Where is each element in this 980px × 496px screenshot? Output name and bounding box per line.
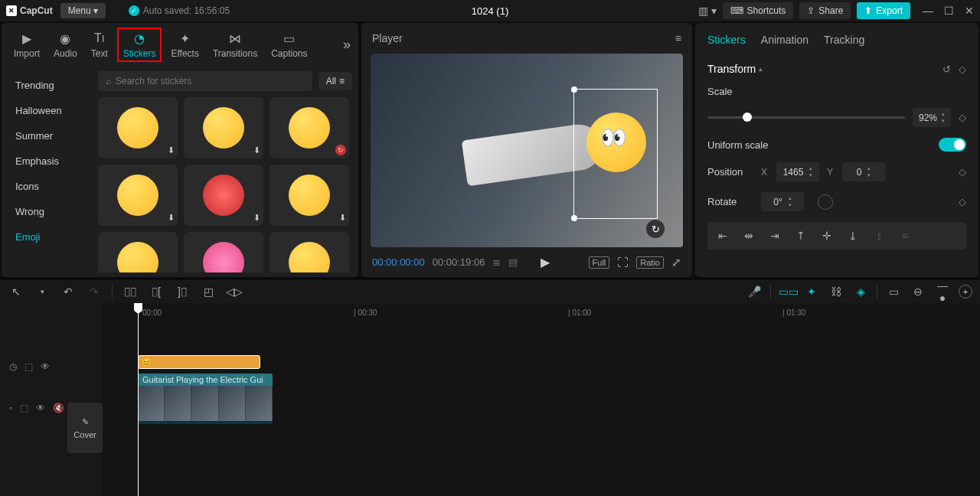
share-button[interactable]: ⇪ Share bbox=[799, 2, 851, 19]
list-icon[interactable]: ≣ bbox=[492, 256, 501, 268]
align-hcenter[interactable]: ⇹ bbox=[738, 227, 760, 245]
tab-import[interactable]: ▶Import bbox=[9, 29, 44, 60]
cat-icons[interactable]: Icons bbox=[2, 174, 92, 199]
mute-icon[interactable]: 🔇 bbox=[53, 403, 64, 413]
cat-wrong[interactable]: Wrong bbox=[2, 199, 92, 224]
align-bottom[interactable]: ⤓ bbox=[842, 227, 864, 245]
sticker-item[interactable]: ⬇ bbox=[98, 97, 178, 158]
rotate-input[interactable]: 0°▴▾ bbox=[761, 192, 804, 211]
search-box[interactable]: ⌕ bbox=[98, 71, 312, 91]
insp-tab-tracking[interactable]: Tracking bbox=[824, 34, 864, 46]
layout-icon[interactable]: ▥ ▾ bbox=[698, 5, 717, 17]
video-icon[interactable]: ▫ bbox=[9, 403, 12, 413]
crop-icon[interactable]: ⛶ bbox=[617, 256, 629, 269]
playhead[interactable] bbox=[138, 303, 139, 496]
lock-icon[interactable]: ⬚ bbox=[24, 361, 33, 372]
reset-icon[interactable]: ↺ bbox=[942, 64, 951, 75]
rotate-dial-icon[interactable] bbox=[818, 194, 833, 210]
cat-summer[interactable]: Summer bbox=[2, 123, 92, 148]
list2-icon[interactable]: ▤ bbox=[508, 256, 518, 268]
tab-transitions[interactable]: ⋈Transitions bbox=[208, 29, 262, 60]
fullscreen-icon[interactable]: ⤢ bbox=[671, 256, 681, 269]
insp-tab-stickers[interactable]: Stickers bbox=[707, 34, 746, 46]
align-right[interactable]: ⇥ bbox=[764, 227, 786, 245]
full-button[interactable]: Full bbox=[589, 256, 610, 269]
stepper-icon[interactable]: ▴▾ bbox=[942, 111, 945, 124]
cursor-dropdown[interactable]: ▾ bbox=[34, 288, 51, 295]
pos-y-input[interactable]: 0▴▾ bbox=[842, 162, 885, 181]
export-button[interactable]: ⬆ Export bbox=[857, 2, 910, 19]
sticker-item[interactable]: ⬇ bbox=[184, 97, 263, 158]
snap-icon[interactable]: ✦ bbox=[803, 286, 820, 298]
undo-button[interactable]: ↶ bbox=[60, 286, 77, 298]
cursor-tool[interactable]: ↖ bbox=[8, 286, 24, 298]
cat-trending[interactable]: Trending bbox=[2, 73, 92, 98]
minimize-button[interactable]: — bbox=[923, 5, 933, 17]
video-clip[interactable]: Guitarist Playing the Electric Gui bbox=[138, 374, 273, 424]
player-menu-icon[interactable]: ≡ bbox=[675, 32, 681, 44]
redo-button[interactable]: ↷ bbox=[86, 286, 103, 298]
filter-all[interactable]: All ≡ bbox=[318, 72, 352, 90]
align-top[interactable]: ⤒ bbox=[790, 227, 812, 245]
slider-thumb[interactable] bbox=[743, 113, 752, 122]
shortcuts-button[interactable]: ⌨ Shortcuts bbox=[723, 2, 794, 19]
cat-emoji[interactable]: Emoji bbox=[2, 224, 92, 250]
trim-left[interactable]: ⌷[ bbox=[148, 286, 165, 298]
keyframe-icon[interactable]: ◇ bbox=[959, 196, 966, 207]
scale-slider[interactable] bbox=[707, 116, 905, 119]
sticker-item[interactable]: ⬇ bbox=[270, 165, 349, 226]
insp-tab-animation[interactable]: Animation bbox=[761, 34, 808, 46]
cat-emphasis[interactable]: Emphasis bbox=[2, 148, 92, 174]
preview-icon[interactable]: ◈ bbox=[852, 286, 869, 298]
sticker-item[interactable]: ⬇ bbox=[98, 232, 178, 272]
align-vcenter[interactable]: ✛ bbox=[816, 227, 838, 245]
sticker-item[interactable]: ⬇ bbox=[270, 232, 349, 272]
tab-stickers[interactable]: ◔Stickers bbox=[117, 28, 162, 62]
mirror-button[interactable]: ◁▷ bbox=[226, 286, 243, 298]
timeline-tracks[interactable]: 00:00 | 00:30 | 01:00 | 01:30 😊 Guitaris… bbox=[101, 303, 980, 496]
align-left[interactable]: ⇤ bbox=[712, 227, 733, 245]
link-icon[interactable]: ⛓ bbox=[828, 286, 844, 298]
timeline-ruler[interactable]: 00:00 | 00:30 | 01:00 | 01:30 bbox=[101, 303, 980, 321]
sticker-item[interactable]: ⬇ bbox=[98, 165, 178, 226]
close-button[interactable]: ✕ bbox=[965, 5, 974, 17]
sticker-selection-box[interactable] bbox=[573, 89, 658, 219]
eye-icon[interactable]: 👁 bbox=[36, 403, 45, 413]
sticker-clip[interactable]: 😊 bbox=[138, 355, 260, 369]
sticker-item[interactable]: ⬇ bbox=[184, 165, 263, 226]
zoom-fit[interactable]: ▭ bbox=[885, 286, 902, 298]
tab-audio[interactable]: ◉Audio bbox=[49, 29, 82, 60]
keyframe-icon[interactable]: ◇ bbox=[959, 166, 966, 178]
clock-icon[interactable]: ◷ bbox=[9, 361, 17, 372]
sticker-item[interactable]: ⬇ bbox=[184, 232, 263, 272]
magnet-icon[interactable]: ▭▭ bbox=[779, 286, 795, 298]
mic-icon[interactable]: 🎤 bbox=[746, 286, 763, 298]
trim-right[interactable]: ]⌷ bbox=[174, 286, 191, 298]
tab-captions[interactable]: ▭Captions bbox=[266, 29, 312, 60]
cover-button[interactable]: ✎ Cover bbox=[67, 403, 103, 453]
split-button[interactable]: ⌷⌷ bbox=[122, 286, 139, 298]
keyframe-icon[interactable]: ◇ bbox=[959, 112, 966, 123]
player-canvas[interactable]: ↻ bbox=[371, 54, 683, 247]
play-button[interactable]: ▶ bbox=[541, 255, 550, 269]
eye-icon[interactable]: 👁 bbox=[41, 361, 50, 372]
placed-sticker[interactable] bbox=[586, 113, 646, 172]
tab-text[interactable]: TIText bbox=[87, 29, 113, 60]
maximize-button[interactable]: ☐ bbox=[944, 5, 954, 17]
crop-button[interactable]: ◰ bbox=[200, 286, 217, 298]
collapse-icon[interactable]: ▴ bbox=[759, 65, 763, 73]
cat-halloween[interactable]: Halloween bbox=[2, 98, 92, 123]
search-input[interactable] bbox=[116, 76, 305, 86]
zoom-slider[interactable]: —● bbox=[934, 279, 951, 304]
ratio-button[interactable]: Ratio bbox=[636, 256, 664, 269]
zoom-out[interactable]: ⊖ bbox=[910, 286, 926, 298]
uniform-toggle[interactable] bbox=[939, 138, 966, 152]
menu-button[interactable]: Menu ▾ bbox=[60, 3, 106, 18]
expand-tabs-icon[interactable]: » bbox=[343, 37, 351, 53]
scale-value[interactable]: 92%▴▾ bbox=[913, 108, 951, 127]
lock-icon[interactable]: ⬚ bbox=[20, 403, 28, 413]
pos-x-input[interactable]: 1465▴▾ bbox=[776, 162, 819, 181]
sticker-reload-icon[interactable]: ↻ bbox=[646, 220, 665, 238]
zoom-in[interactable]: + bbox=[959, 285, 972, 299]
tab-effects[interactable]: ✦Effects bbox=[166, 29, 203, 60]
